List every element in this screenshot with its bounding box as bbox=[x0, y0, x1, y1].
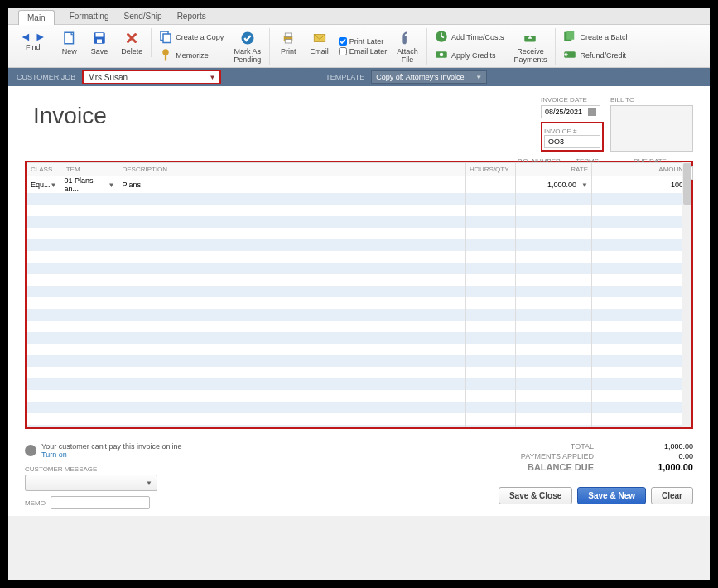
pay-online-msg: Your customer can't pay this invoice onl… bbox=[41, 442, 181, 451]
customer-message-dropdown[interactable]: ▼ bbox=[25, 475, 157, 491]
chevron-down-icon: ▼ bbox=[209, 74, 215, 81]
credits-icon bbox=[434, 47, 449, 64]
apply-credits-button[interactable]: Apply Credits bbox=[434, 47, 504, 64]
table-row[interactable]: Equ...▼ 01 Plans an...▼ Plans 1,000.00▼ … bbox=[27, 176, 691, 194]
delete-icon bbox=[123, 30, 140, 46]
amount-cell[interactable]: 1000 bbox=[592, 176, 691, 194]
refund-icon bbox=[562, 47, 577, 64]
col-item[interactable]: ITEM bbox=[60, 163, 118, 176]
print-later-checkbox[interactable]: Print Later bbox=[339, 37, 388, 46]
customer-message-label: CUSTOMER MESSAGE bbox=[25, 465, 181, 473]
template-dropdown[interactable]: Copy of: Attorney's Invoice ▼ bbox=[371, 70, 487, 84]
clock-icon bbox=[434, 29, 449, 46]
customer-job-dropdown[interactable]: Mrs Susan ▼ bbox=[82, 70, 221, 84]
svg-rect-2 bbox=[95, 33, 103, 37]
save-new-button[interactable]: Save & New bbox=[577, 487, 646, 504]
svg-rect-10 bbox=[286, 40, 292, 44]
payments-icon bbox=[522, 30, 538, 46]
col-hours[interactable]: HOURS/QTY bbox=[466, 163, 516, 176]
create-batch-button[interactable]: Create a Batch bbox=[562, 29, 629, 46]
turn-on-link[interactable]: Turn on bbox=[41, 451, 67, 459]
customer-job-label: CUSTOMER:JOB bbox=[17, 73, 75, 81]
toolbar: ◄► Find New Save Delete Create a Copy Me… bbox=[8, 25, 710, 68]
email-button[interactable]: Email bbox=[306, 28, 332, 57]
customer-bar: CUSTOMER:JOB Mrs Susan ▼ TEMPLATE Copy o… bbox=[8, 68, 710, 86]
info-icon: ─ bbox=[25, 445, 36, 456]
scrollbar[interactable] bbox=[682, 162, 691, 427]
class-cell[interactable]: Equ...▼ bbox=[31, 181, 56, 189]
footer: ─ Your customer can't pay this invoice o… bbox=[8, 436, 710, 516]
email-icon bbox=[311, 30, 328, 46]
memo-input[interactable] bbox=[51, 496, 150, 509]
prev-arrow-icon[interactable]: ◄ bbox=[20, 30, 31, 43]
add-time-button[interactable]: Add Time/Costs bbox=[434, 29, 504, 46]
new-button[interactable]: New bbox=[58, 28, 81, 57]
desc-cell[interactable]: Plans bbox=[118, 176, 466, 194]
invoice-content: Invoice INVOICE DATE 08/25/2021 INVOICE … bbox=[8, 86, 710, 436]
find-button[interactable]: ◄► Find bbox=[15, 28, 51, 53]
chevron-down-icon: ▼ bbox=[108, 181, 115, 189]
tab-formatting[interactable]: Formatting bbox=[70, 12, 109, 21]
template-label: TEMPLATE bbox=[325, 73, 364, 81]
total-label: TOTAL bbox=[494, 442, 594, 451]
line-items-table: CLASS ITEM DESCRIPTION HOURS/QTY RATE AM… bbox=[25, 161, 693, 429]
receive-payments-button[interactable]: Receive Payments bbox=[510, 28, 556, 65]
tab-reports[interactable]: Reports bbox=[177, 12, 206, 21]
balance-due-label: BALANCE DUE bbox=[494, 462, 594, 472]
next-arrow-icon[interactable]: ► bbox=[35, 30, 46, 43]
check-icon bbox=[239, 30, 256, 46]
delete-button[interactable]: Delete bbox=[118, 28, 152, 57]
col-rate[interactable]: RATE bbox=[516, 163, 592, 176]
hours-cell[interactable] bbox=[466, 176, 516, 194]
svg-rect-3 bbox=[97, 40, 102, 44]
tab-main[interactable]: Main bbox=[18, 10, 55, 25]
calendar-icon[interactable] bbox=[588, 108, 596, 116]
payments-applied-label: PAYMENTS APPLIED bbox=[494, 452, 594, 460]
billto-field[interactable] bbox=[610, 105, 693, 152]
refund-credit-button[interactable]: Refund/Credit bbox=[562, 47, 629, 64]
attach-icon bbox=[399, 30, 416, 46]
new-icon bbox=[61, 30, 78, 46]
svg-rect-17 bbox=[567, 31, 575, 40]
rate-cell[interactable]: 1,000.00▼ bbox=[519, 181, 588, 189]
chevron-down-icon: ▼ bbox=[51, 181, 57, 189]
email-later-checkbox[interactable]: Email Later bbox=[339, 47, 388, 55]
batch-icon bbox=[562, 29, 577, 46]
payments-applied-value: 0.00 bbox=[627, 452, 693, 460]
balance-due-value: 1,000.00 bbox=[627, 462, 693, 472]
chevron-down-icon: ▼ bbox=[475, 74, 482, 81]
chevron-down-icon: ▼ bbox=[146, 480, 152, 487]
svg-rect-9 bbox=[286, 33, 292, 37]
col-amount[interactable]: AMOUNT bbox=[592, 163, 691, 176]
tab-sendship[interactable]: Send/Ship bbox=[123, 12, 161, 21]
billto-label: BILL TO bbox=[610, 96, 693, 104]
invoice-date-label: INVOICE DATE bbox=[541, 96, 604, 104]
col-class[interactable]: CLASS bbox=[27, 163, 60, 176]
invoice-date-input[interactable]: 08/25/2021 bbox=[541, 105, 600, 118]
copy-icon bbox=[158, 29, 173, 46]
invoice-number-input[interactable]: OO3 bbox=[544, 135, 600, 148]
col-desc[interactable]: DESCRIPTION bbox=[118, 163, 466, 176]
chevron-down-icon: ▼ bbox=[581, 181, 588, 189]
svg-point-14 bbox=[440, 52, 444, 56]
svg-rect-5 bbox=[163, 34, 171, 43]
mark-pending-button[interactable]: Mark As Pending bbox=[230, 28, 270, 65]
pin-icon bbox=[158, 47, 173, 64]
clear-button[interactable]: Clear bbox=[651, 487, 693, 504]
memorize-button[interactable]: Memorize bbox=[158, 47, 224, 64]
save-close-button[interactable]: Save & Close bbox=[499, 487, 572, 504]
find-label: Find bbox=[26, 43, 41, 51]
total-value: 1,000.00 bbox=[627, 442, 693, 451]
invoice-number-label: INVOICE # bbox=[544, 128, 577, 135]
save-button[interactable]: Save bbox=[88, 28, 112, 57]
menu-tabs: Main Formatting Send/Ship Reports bbox=[8, 8, 710, 25]
item-cell[interactable]: 01 Plans an...▼ bbox=[64, 176, 114, 193]
svg-point-6 bbox=[163, 49, 170, 55]
print-icon bbox=[280, 30, 296, 46]
print-button[interactable]: Print bbox=[277, 28, 300, 57]
save-icon bbox=[91, 30, 108, 46]
attach-file-button[interactable]: Attach File bbox=[393, 28, 427, 65]
memo-label: MEMO bbox=[25, 499, 46, 507]
create-copy-button[interactable]: Create a Copy bbox=[158, 29, 224, 46]
